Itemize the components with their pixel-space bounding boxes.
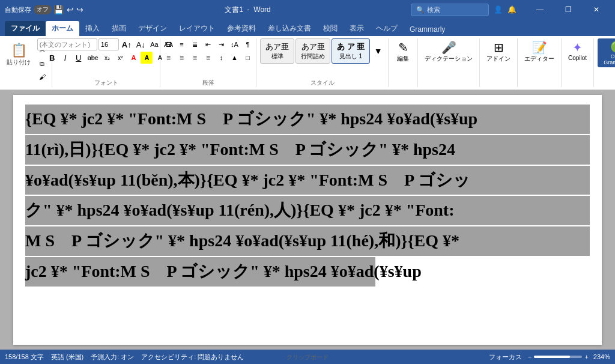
underline-button[interactable]: U xyxy=(73,52,85,64)
editor-button[interactable]: 📝 エディター xyxy=(521,38,557,65)
tab-home[interactable]: ホーム xyxy=(46,21,79,36)
tab-references[interactable]: 参考資料 xyxy=(221,21,262,36)
search-icon: 🔍 xyxy=(416,6,425,14)
font-label: フォント xyxy=(94,77,118,87)
redo-icon[interactable]: ↪ xyxy=(76,5,83,14)
subscript-button[interactable]: x₂ xyxy=(101,52,113,64)
minimize-button[interactable]: — xyxy=(526,0,554,19)
tab-insert[interactable]: 挿入 xyxy=(79,21,106,36)
style-normal-label: 標準 xyxy=(271,52,283,61)
tab-help[interactable]: ヘルプ xyxy=(370,21,404,36)
doc-line-3: ¥o¥ad(¥s¥up 11(běn),本)}{EQ ¥* jc2 ¥* "Fo… xyxy=(25,166,590,195)
indent-decrease-button[interactable]: ⇤ xyxy=(202,38,214,50)
styles-label: スタイル xyxy=(311,77,335,87)
grammarly-open-label: OpenGrammarly xyxy=(604,53,615,65)
italic-button[interactable]: I xyxy=(59,52,71,64)
editor-group: 📝 エディター xyxy=(518,38,562,87)
clipboard-label: クリップボード xyxy=(0,352,615,362)
tab-layout[interactable]: レイアウト xyxy=(173,21,221,36)
align-left-button[interactable]: ≡ xyxy=(163,52,175,64)
borders-button[interactable]: □ xyxy=(242,52,254,64)
document-area: {EQ ¥* jc2 ¥* "Font:M S P ゴシック" ¥* hps24… xyxy=(0,90,615,350)
document-page[interactable]: {EQ ¥* jc2 ¥* "Font:M S P ゴシック" ¥* hps24… xyxy=(13,95,602,345)
addin-icon: ⊞ xyxy=(494,40,504,55)
doc-line-1: {EQ ¥* jc2 ¥* "Font:M S P ゴシック" ¥* hps24… xyxy=(25,105,590,134)
styles-more-button[interactable]: ▼ xyxy=(372,45,384,57)
align-center-button[interactable]: ≡ xyxy=(176,52,188,64)
tab-draw[interactable]: 描画 xyxy=(106,21,132,36)
tab-view[interactable]: 表示 xyxy=(344,21,370,36)
align-right-button[interactable]: ≡ xyxy=(189,52,201,64)
undo-icon[interactable]: ↩ xyxy=(67,5,74,14)
strikethrough-button[interactable]: abc xyxy=(86,52,100,64)
user-icon[interactable]: 👤 xyxy=(494,5,503,14)
shading-button[interactable]: ▲ xyxy=(229,52,241,64)
highlight-button[interactable]: A xyxy=(141,52,153,64)
doc-line-2: 11(rì),日)}{EQ ¥* jc2 ¥* "Font:M S P ゴシック… xyxy=(25,135,590,165)
user-icons: 👤 🔔 xyxy=(494,5,517,14)
justify-button[interactable]: ≡ xyxy=(202,52,214,64)
sort-button[interactable]: ↕A xyxy=(229,38,241,50)
dictation-icon: 🎤 xyxy=(441,40,456,55)
tab-mailings[interactable]: 差し込み文書 xyxy=(262,21,317,36)
grow-font-button[interactable]: A↑ xyxy=(120,38,133,50)
copilot-group: ✦ Copilot xyxy=(562,38,594,87)
superscript-button[interactable]: x² xyxy=(114,52,126,64)
ribbon-tabs: ファイル ホーム 挿入 描画 デザイン レイアウト 参考資料 差し込み文書 校閲… xyxy=(0,19,615,36)
addin-button[interactable]: ⊞ アドイン xyxy=(483,38,514,65)
zoom-fill xyxy=(534,356,570,358)
copilot-label: Copilot xyxy=(568,55,587,61)
shrink-font-button[interactable]: A↓ xyxy=(135,38,147,50)
paste-button[interactable]: 📋 貼り付け xyxy=(4,41,34,68)
grammarly-icon: 🟢 xyxy=(610,40,615,53)
ribbon: 📋 貼り付け ✂ ⧉ 🖌 クリップボード A↑ A↓ Aa ✗A B I U a… xyxy=(0,36,615,90)
font-group: A↑ A↓ Aa ✗A B I U abc x₂ x² A A A フォント xyxy=(52,38,160,87)
style-normal[interactable]: あア亜 標準 xyxy=(260,38,294,64)
doc-line-5: M S P ゴシック" ¥* hps24 ¥o¥ad(¥s¥up 11(hé),… xyxy=(25,226,590,256)
styles-group: あア亜 標準 あア亜 行間詰め あ ア 亜 見出し 1 ▼ スタイル xyxy=(256,38,389,87)
grammarly-group: 🟢 OpenGrammarly xyxy=(594,38,615,87)
copilot-button[interactable]: ✦ Copilot xyxy=(565,38,590,63)
grammarly-open-button[interactable]: 🟢 OpenGrammarly xyxy=(598,38,615,67)
autosave-toggle[interactable]: オフ xyxy=(34,5,52,14)
tab-file[interactable]: ファイル xyxy=(5,21,46,36)
restore-button[interactable]: ❐ xyxy=(554,0,582,19)
editing-button[interactable]: ✎ 編集 xyxy=(392,38,414,65)
doc-line-6: jc2 ¥* "Font:M S P ゴシック" ¥* hps24 ¥o¥ad(… xyxy=(25,257,590,287)
bell-icon[interactable]: 🔔 xyxy=(507,5,517,14)
copilot-icon: ✦ xyxy=(572,40,583,55)
editing-group: ✎ 編集 編集 xyxy=(389,38,418,87)
style-heading1-preview: あ ア 亜 xyxy=(337,41,365,52)
format-painter-button[interactable]: 🖌 xyxy=(36,71,48,83)
zoom-slider[interactable] xyxy=(534,356,582,358)
style-heading1-label: 見出し 1 xyxy=(339,52,362,61)
style-normal-preview: あア亜 xyxy=(265,41,289,52)
title-text: 文書1 - Word xyxy=(85,5,411,15)
font-family-row: A↑ A↓ Aa ✗A xyxy=(37,38,175,50)
font-color-button[interactable]: A xyxy=(127,52,139,64)
bullets-button[interactable]: ☰ xyxy=(163,38,175,50)
multilevel-button[interactable]: ≣ xyxy=(189,38,201,50)
indent-increase-button[interactable]: ⇥ xyxy=(216,38,228,50)
style-nospacing[interactable]: あア亜 行間詰め xyxy=(295,38,330,64)
case-button[interactable]: Aa xyxy=(148,38,160,50)
titlebar: 自動保存 オフ 💾 ↩ ↪ 文書1 - Word 🔍 検索 👤 🔔 — ❐ ✕ xyxy=(0,0,615,19)
font-size-input[interactable] xyxy=(98,38,119,50)
tab-review[interactable]: 校閲 xyxy=(317,21,344,36)
paragraph-row1: ☰ ≡ ≣ ⇤ ⇥ ↕A ¶ xyxy=(163,38,254,50)
line-spacing-button[interactable]: ↕ xyxy=(216,52,228,64)
style-heading1[interactable]: あ ア 亜 見出し 1 xyxy=(332,38,370,64)
numbering-button[interactable]: ≡ xyxy=(176,38,188,50)
tab-grammarly[interactable]: Grammarly xyxy=(404,23,451,36)
dictation-button[interactable]: 🎤 ディクテーション xyxy=(422,38,476,65)
dictation-label: ディクテーション xyxy=(425,55,473,63)
tab-design[interactable]: デザイン xyxy=(132,21,173,36)
show-marks-button[interactable]: ¶ xyxy=(242,38,254,50)
style-nospacing-preview: あア亜 xyxy=(301,41,325,52)
font-format-row: B I U abc x₂ x² A A A xyxy=(46,52,166,64)
bold-button[interactable]: B xyxy=(46,52,58,64)
save-icon[interactable]: 💾 xyxy=(53,5,64,14)
font-family-input[interactable] xyxy=(37,38,97,50)
search-box[interactable]: 🔍 検索 xyxy=(411,4,489,16)
close-button[interactable]: ✕ xyxy=(583,0,610,19)
